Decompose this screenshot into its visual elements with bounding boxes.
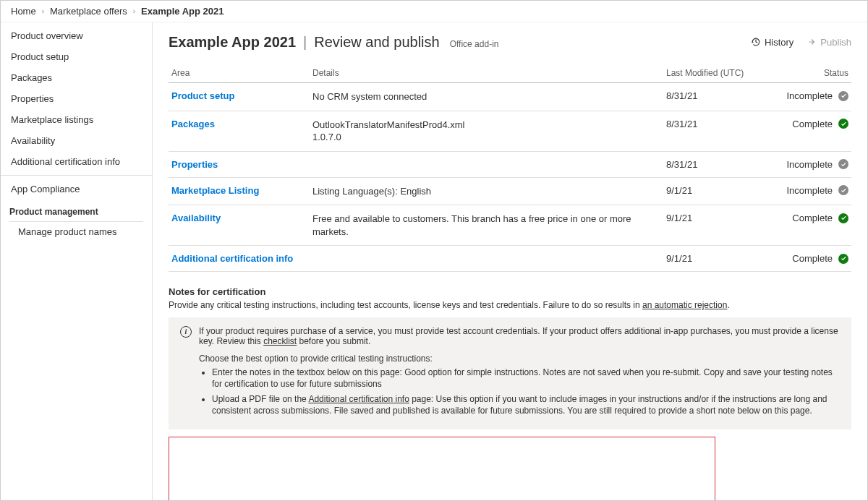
row-date: 9/1/21 [663, 177, 765, 205]
table-row: Product setupNo CRM system connected8/31… [169, 83, 851, 111]
publish-button-header: Publish [807, 37, 851, 48]
publish-icon [807, 37, 817, 47]
chevron-right-icon: › [133, 7, 135, 15]
review-table: Area Details Last Modified (UTC) Status … [169, 64, 851, 272]
main-content: Example App 2021 | Review and publish Of… [153, 22, 867, 500]
cert-info-link[interactable]: Additional certification info [308, 394, 409, 404]
certification-notes-input[interactable] [169, 437, 715, 500]
sidebar-section-product-mgmt: Product management [1, 200, 152, 221]
sidebar-item-properties[interactable]: Properties [1, 88, 152, 109]
status-text: Complete [792, 119, 833, 129]
breadcrumb-home[interactable]: Home [11, 6, 36, 17]
sidebar-item-listings[interactable]: Marketplace listings [1, 109, 152, 130]
row-details: OutlookTranslatorManifestProd4.xml1.0.7.… [310, 111, 663, 151]
col-modified: Last Modified (UTC) [663, 64, 765, 83]
breadcrumb-current: Example App 2021 [141, 6, 224, 17]
breadcrumb: Home › Marketplace offers › Example App … [1, 1, 867, 22]
checklist-link[interactable]: checklist [263, 336, 297, 346]
info-bullet-1: Enter the notes in the textbox below on … [212, 367, 840, 390]
row-details [310, 246, 663, 272]
sidebar-item-setup[interactable]: Product setup [1, 46, 152, 67]
table-row: Properties8/31/21Incomplete [169, 151, 851, 177]
table-row: AvailabilityFree and available to custom… [169, 205, 851, 246]
sidebar-item-certinfo[interactable]: Additional certification info [1, 151, 152, 172]
info-icon: i [180, 326, 192, 338]
table-row: Additional certification info9/1/21Compl… [169, 246, 851, 272]
row-details: Free and available to customers. This br… [310, 205, 663, 246]
status-text: Incomplete [786, 90, 833, 101]
history-icon [751, 37, 761, 47]
breadcrumb-offers[interactable]: Marketplace offers [50, 6, 127, 17]
sidebar: Product overview Product setup Packages … [1, 22, 153, 500]
col-area: Area [169, 64, 310, 83]
sidebar-item-overview[interactable]: Product overview [1, 25, 152, 46]
table-row: Marketplace ListingListing Language(s): … [169, 177, 851, 205]
sidebar-item-compliance[interactable]: App Compliance [1, 179, 152, 200]
checkmark-icon [838, 213, 848, 223]
checkmark-icon [838, 254, 848, 264]
checkmark-icon [838, 119, 848, 129]
sidebar-item-availability[interactable]: Availability [1, 130, 152, 151]
incomplete-icon [838, 91, 848, 101]
row-details [310, 151, 663, 177]
table-row: PackagesOutlookTranslatorManifestProd4.x… [169, 111, 851, 151]
info-box: i If your product requires purchase of a… [169, 317, 851, 429]
row-date: 9/1/21 [663, 246, 765, 272]
status-text: Incomplete [786, 185, 833, 196]
area-link[interactable]: Packages [171, 119, 215, 129]
notes-description: Provide any critical testing instruction… [169, 300, 851, 310]
history-button[interactable]: History [751, 37, 793, 48]
title-app-name: Example App 2021 [169, 34, 296, 51]
area-link[interactable]: Product setup [171, 90, 234, 101]
incomplete-icon [838, 159, 848, 169]
title-page-name: Review and publish [314, 34, 439, 51]
col-status: Status [765, 64, 851, 83]
incomplete-icon [838, 185, 848, 195]
area-link[interactable]: Marketplace Listing [171, 185, 259, 196]
sidebar-item-packages[interactable]: Packages [1, 67, 152, 88]
status-text: Complete [792, 213, 833, 223]
info-bullet-2: Upload a PDF file on the Additional cert… [212, 393, 840, 416]
notes-heading: Notes for certification [169, 286, 851, 297]
row-date: 8/31/21 [663, 83, 765, 111]
area-link[interactable]: Properties [171, 159, 218, 170]
title-offer-type: Office add-in [450, 39, 499, 49]
row-date: 9/1/21 [663, 205, 765, 246]
page-title: Example App 2021 | Review and publish Of… [169, 34, 498, 51]
status-text: Incomplete [786, 159, 833, 170]
row-date: 8/31/21 [663, 151, 765, 177]
chevron-right-icon: › [42, 7, 44, 15]
auto-rejection-link[interactable]: an automatic rejection [642, 300, 727, 310]
row-date: 8/31/21 [663, 111, 765, 151]
row-details: Listing Language(s): English [310, 177, 663, 205]
area-link[interactable]: Additional certification info [171, 253, 293, 264]
status-text: Complete [792, 253, 833, 264]
area-link[interactable]: Availability [171, 213, 221, 223]
row-details: No CRM system connected [310, 83, 663, 111]
col-details: Details [310, 64, 663, 83]
sidebar-item-manage-names[interactable]: Manage product names [1, 222, 152, 241]
